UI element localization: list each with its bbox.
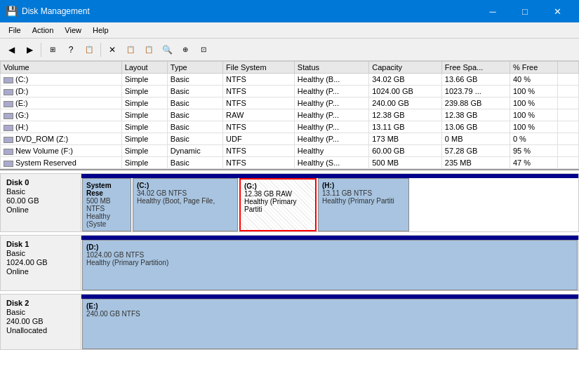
cell-capacity: 13.11 GB xyxy=(369,121,442,133)
cell-type: Basic xyxy=(167,97,222,109)
cell-free: 12.38 GB xyxy=(441,109,510,121)
cell-extra xyxy=(558,74,579,86)
partition-c[interactable]: (C:) 34.02 GB NTFS Healthy (Boot, Page F… xyxy=(133,178,238,231)
menu-help[interactable]: Help xyxy=(87,24,114,36)
cell-capacity: 12.38 GB xyxy=(369,109,442,121)
partition-e-name: (E:) xyxy=(86,302,573,310)
toolbar-properties[interactable]: 📋 xyxy=(81,41,98,58)
disk-2-size: 240.00 GB xyxy=(6,317,75,325)
disk-2-name: Disk 2 xyxy=(6,299,75,307)
cell-capacity: 240.00 GB xyxy=(369,97,442,109)
disk-1-name: Disk 1 xyxy=(6,240,75,248)
table-row[interactable]: DVD_ROM (Z:) Simple Basic UDF Healthy (P… xyxy=(1,133,579,145)
table-row[interactable]: (C:) Simple Basic NTFS Healthy (B... 34.… xyxy=(1,74,579,86)
cell-type: Dynamic xyxy=(167,145,222,157)
partition-e[interactable]: (E:) 240.00 GB NTFS xyxy=(82,299,578,349)
cell-type: Basic xyxy=(167,121,222,133)
cell-extra xyxy=(558,145,579,157)
toolbar-delete[interactable]: ✕ xyxy=(104,41,121,58)
window-controls: ─ □ ✕ xyxy=(477,0,573,22)
cell-status: Healthy (S... xyxy=(294,157,368,169)
partition-h-status: Healthy (Primary Partiti xyxy=(322,197,405,205)
disk-1-partitions: (D:) 1024.00 GB NTFS Healthy (Primary Pa… xyxy=(81,240,578,290)
table-row[interactable]: System Reserved Simple Basic NTFS Health… xyxy=(1,157,579,169)
cell-capacity: 60.00 GB xyxy=(369,145,442,157)
disk-0-container: Disk 0 Basic 60.00 GB Online System Rese… xyxy=(0,173,579,232)
disk-1-status: Online xyxy=(6,267,75,276)
toolbar-extra[interactable]: ⊡ xyxy=(195,41,212,58)
toolbar-paste[interactable]: 📋 xyxy=(140,41,157,58)
main-content: Volume Layout Type File System Status Ca… xyxy=(0,61,579,392)
cell-volume: (D:) xyxy=(1,86,122,97)
partition-c-name: (C:) xyxy=(137,182,234,189)
disk-1-bar-area: (D:) 1024.00 GB NTFS Healthy (Primary Pa… xyxy=(81,236,578,290)
toolbar-back[interactable]: ◀ xyxy=(3,41,20,58)
toolbar-help[interactable]: ? xyxy=(62,41,79,58)
table-row[interactable]: (E:) Simple Basic NTFS Healthy (P... 240… xyxy=(1,97,579,109)
toolbar-search[interactable]: 🔍 xyxy=(159,41,175,58)
maximize-button[interactable]: □ xyxy=(509,0,541,22)
cell-pct: 100 % xyxy=(510,86,557,97)
disk-0-partitions: System Rese 500 MB NTFS Healthy (Syste (… xyxy=(81,178,578,231)
cell-fs: UDF xyxy=(223,133,295,145)
disk-0-size: 60.00 GB xyxy=(6,196,75,205)
partition-system-reserved[interactable]: System Rese 500 MB NTFS Healthy (Syste xyxy=(82,178,131,231)
disk-0-bar-area: System Rese 500 MB NTFS Healthy (Syste (… xyxy=(81,174,578,231)
volume-table-section: Volume Layout Type File System Status Ca… xyxy=(0,61,579,170)
partition-d[interactable]: (D:) 1024.00 GB NTFS Healthy (Primary Pa… xyxy=(82,240,578,290)
col-volume[interactable]: Volume xyxy=(1,62,122,74)
partition-h-size: 13.11 GB NTFS xyxy=(322,189,405,197)
col-fs[interactable]: File System xyxy=(223,62,295,74)
cell-extra xyxy=(558,86,579,97)
col-free[interactable]: Free Spa... xyxy=(441,62,510,74)
table-row[interactable]: New Volume (F:) Simple Dynamic NTFS Heal… xyxy=(1,145,579,157)
cell-extra xyxy=(558,133,579,145)
table-row[interactable]: (D:) Simple Basic NTFS Healthy (P... 102… xyxy=(1,86,579,97)
menu-file[interactable]: File xyxy=(3,24,27,36)
toolbar-view[interactable]: ⊞ xyxy=(44,41,61,58)
cell-type: Basic xyxy=(167,157,222,169)
cell-fs: NTFS xyxy=(223,157,295,169)
cell-volume: (C:) xyxy=(1,74,122,86)
partition-g[interactable]: (G:) 12.38 GB RAW Healthy (Primary Parti… xyxy=(239,178,317,231)
close-button[interactable]: ✕ xyxy=(541,0,573,22)
window-title: Disk Management xyxy=(22,6,90,16)
table-row[interactable]: (H:) Simple Basic NTFS Healthy (P... 13.… xyxy=(1,121,579,133)
cell-status: Healthy xyxy=(294,145,368,157)
col-pct[interactable]: % Free xyxy=(510,62,557,74)
cell-free: 239.88 GB xyxy=(441,97,510,109)
col-type[interactable]: Type xyxy=(167,62,222,74)
toolbar-copy[interactable]: 📋 xyxy=(122,41,139,58)
partition-h[interactable]: (H:) 13.11 GB NTFS Healthy (Primary Part… xyxy=(318,178,409,231)
menu-view[interactable]: View xyxy=(59,24,87,36)
disk-2-bar-area: (E:) 240.00 GB NTFS xyxy=(81,295,578,349)
cell-extra xyxy=(558,157,579,169)
cell-volume: System Reserved xyxy=(1,157,122,169)
cell-layout: Simple xyxy=(121,121,167,133)
partition-e-size: 240.00 GB NTFS xyxy=(86,310,573,318)
cell-volume: DVD_ROM (Z:) xyxy=(1,133,122,145)
disk-0-label: Disk 0 Basic 60.00 GB Online xyxy=(1,174,81,231)
toolbar-refresh[interactable]: ⊕ xyxy=(177,41,194,58)
minimize-button[interactable]: ─ xyxy=(477,0,509,22)
disk-section[interactable]: Disk 0 Basic 60.00 GB Online System Rese… xyxy=(0,170,579,392)
cell-capacity: 500 MB xyxy=(369,157,442,169)
cell-volume: (G:) xyxy=(1,109,122,121)
partition-h-name: (H:) xyxy=(322,182,405,189)
cell-status: Healthy (P... xyxy=(294,109,368,121)
cell-pct: 40 % xyxy=(510,74,557,86)
col-capacity[interactable]: Capacity xyxy=(369,62,442,74)
cell-status: Healthy (P... xyxy=(294,97,368,109)
cell-type: Basic xyxy=(167,74,222,86)
cell-free: 235 MB xyxy=(441,157,510,169)
col-layout[interactable]: Layout xyxy=(121,62,167,74)
cell-status: Healthy (P... xyxy=(294,121,368,133)
toolbar-forward[interactable]: ▶ xyxy=(21,41,38,58)
col-extra xyxy=(558,62,579,74)
menu-action[interactable]: Action xyxy=(27,24,60,36)
col-status[interactable]: Status xyxy=(294,62,368,74)
cell-pct: 100 % xyxy=(510,121,557,133)
table-row[interactable]: (G:) Simple Basic RAW Healthy (P... 12.3… xyxy=(1,109,579,121)
disk-2-container: Disk 2 Basic 240.00 GB Unallocated (E:) … xyxy=(0,294,579,350)
cell-type: Basic xyxy=(167,109,222,121)
